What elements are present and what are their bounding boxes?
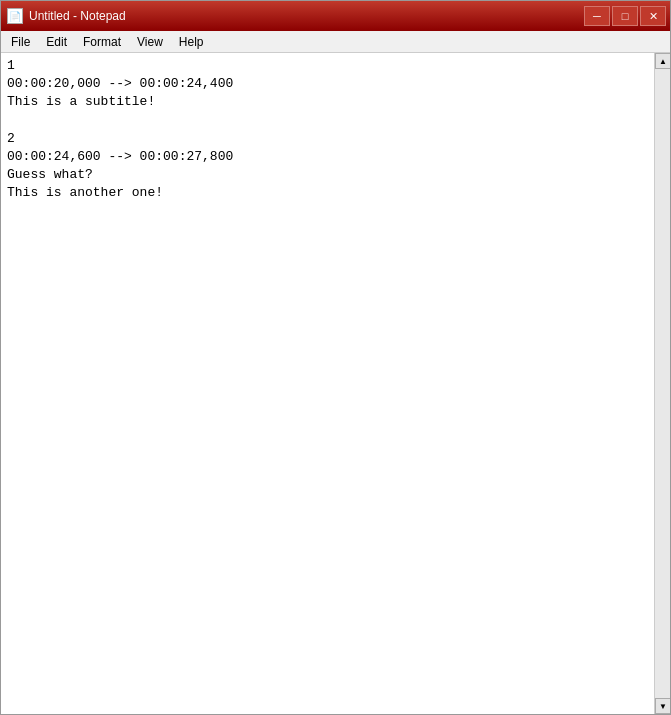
window-controls: ─ □ ✕ [584,6,666,26]
editor-container: 1 00:00:20,000 --> 00:00:24,400 This is … [1,53,670,714]
window-title: Untitled - Notepad [29,9,126,23]
menu-help[interactable]: Help [171,31,212,52]
close-button[interactable]: ✕ [640,6,666,26]
scrollbar-down-arrow[interactable]: ▼ [655,698,670,714]
scrollbar-up-arrow[interactable]: ▲ [655,53,670,69]
menu-bar: File Edit Format View Help [1,31,670,53]
editor-textarea[interactable]: 1 00:00:20,000 --> 00:00:24,400 This is … [1,53,654,714]
menu-view[interactable]: View [129,31,171,52]
scrollbar-track[interactable] [655,69,670,698]
menu-file[interactable]: File [3,31,38,52]
menu-format[interactable]: Format [75,31,129,52]
title-bar: 📄 Untitled - Notepad ─ □ ✕ [1,1,670,31]
scrollbar[interactable]: ▲ ▼ [654,53,670,714]
notepad-window: 📄 Untitled - Notepad ─ □ ✕ File Edit For… [0,0,671,715]
menu-edit[interactable]: Edit [38,31,75,52]
minimize-button[interactable]: ─ [584,6,610,26]
maximize-button[interactable]: □ [612,6,638,26]
app-icon: 📄 [7,8,23,24]
title-bar-left: 📄 Untitled - Notepad [7,8,126,24]
